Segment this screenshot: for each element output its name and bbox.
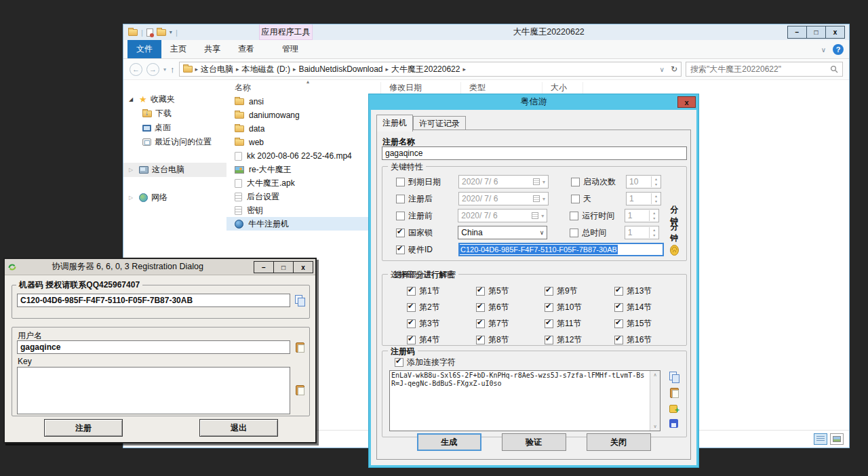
country-lock-checkbox[interactable] [396,229,405,237]
tab-home[interactable]: 主页 [161,40,195,58]
section-1-checkbox[interactable] [407,287,416,296]
breadcrumb-this-pc[interactable]: 这台电脑 [201,64,233,75]
file-row[interactable]: 后台设置 [226,190,381,203]
section-16-checkbox[interactable] [614,336,623,344]
section-6-checkbox[interactable] [476,303,485,312]
dropdown-icon[interactable]: ▾ [542,179,545,185]
add-connector-checkbox[interactable] [395,358,403,367]
exit-button[interactable]: 退出 [199,419,278,437]
expander-icon[interactable]: ▷ [129,167,136,173]
register-button[interactable]: 注册 [44,419,123,437]
back-icon[interactable]: ← [130,63,142,76]
expiry-date-picker[interactable]: 2020/ 7/ 6 ▾ [458,175,549,189]
key-field[interactable] [17,367,290,414]
username-field[interactable]: gagaqince [17,340,290,354]
launch-count-checkbox[interactable] [571,178,580,186]
file-row[interactable]: 大牛魔王.apk [226,176,381,190]
file-row[interactable]: web [226,136,381,149]
minimize-ribbon-icon[interactable]: ∨ [821,46,826,54]
column-header-size[interactable]: 大小 [542,82,583,94]
after-registration-date-picker[interactable]: 2020/ 7/ 6 ▾ [458,192,549,205]
section-12-checkbox[interactable] [545,336,553,344]
column-header-name[interactable]: 名称 [226,82,381,94]
machine-code-field[interactable]: C120-04D6-985F-F4F7-5110-F05F-7B87-30AB [17,294,290,307]
forward-icon[interactable]: → [146,63,159,76]
section-14-checkbox[interactable] [614,303,623,312]
scroll-down-icon[interactable]: ∨ [653,424,656,429]
paste-icon[interactable] [294,342,305,353]
expander-icon[interactable]: ▷ [129,195,136,201]
hardware-id-checkbox[interactable] [396,245,405,254]
expiry-date-checkbox[interactable] [396,178,405,186]
file-row[interactable]: daniumowang [226,108,381,122]
file-row-selected[interactable]: 牛牛注册机 [226,217,381,231]
run-time-checkbox[interactable] [570,212,578,220]
column-header-type[interactable]: 类型 [461,82,542,94]
tab-file[interactable]: 文件 [127,40,161,58]
file-row[interactable]: 密钥 [226,203,381,217]
expander-icon[interactable]: ◢ [129,96,136,102]
new-folder-icon[interactable] [157,29,166,36]
dropdown-icon[interactable]: ▾ [541,213,544,219]
total-time-spinner[interactable]: 1 ▴▾ [625,226,660,239]
refresh-icon[interactable]: ↻ [671,64,677,74]
spinner-arrows-icon[interactable]: ▴▾ [651,193,660,205]
sidebar-item-desktop[interactable]: 桌面 [123,121,226,135]
section-10-checkbox[interactable] [545,303,553,312]
app-tools-contextual-tab[interactable]: 应用程序工具 [259,24,313,40]
sidebar-item-recent-places[interactable]: 最近访问的位置 [123,135,226,149]
minimize-button[interactable]: − [787,26,807,39]
section-3-checkbox[interactable] [407,319,416,328]
section-9-checkbox[interactable] [545,287,553,296]
paste-icon[interactable] [669,387,679,398]
scroll-up-icon[interactable]: ∧ [653,372,656,378]
section-4-checkbox[interactable] [407,336,416,344]
tab-view[interactable]: 查看 [229,40,263,58]
thumbnails-view-button[interactable] [830,433,844,445]
save-icon[interactable] [669,418,679,429]
close-button[interactable]: x [293,261,313,273]
file-row[interactable]: ansi [226,95,381,108]
dropdown-icon[interactable]: ▾ [542,196,545,202]
qat-dropdown-icon[interactable]: ▾ [170,29,172,35]
address-dropdown-icon[interactable]: ∨ [660,66,665,73]
total-time-checkbox[interactable] [570,229,578,237]
file-row[interactable]: data [226,122,381,136]
after-registration-checkbox[interactable] [396,195,405,203]
sidebar-item-network[interactable]: ▷ 网络 [123,191,226,205]
breadcrumb-current-folder[interactable]: 大牛魔王20220622 [391,64,460,75]
days-checkbox[interactable] [571,195,580,203]
section-11-checkbox[interactable] [545,319,553,328]
paste-icon[interactable] [294,384,305,395]
generate-button[interactable]: 生成 [417,433,481,451]
section-15-checkbox[interactable] [614,319,623,328]
properties-icon[interactable] [146,28,153,37]
verify-button[interactable]: 验证 [502,433,566,451]
spinner-arrows-icon[interactable]: ▴▾ [651,176,660,188]
close-button[interactable]: x [677,96,696,108]
sidebar-item-favorites[interactable]: ◢ ★ 收藏夹 [123,92,226,106]
sidebar-item-downloads[interactable]: 下载 [123,106,226,121]
section-5-checkbox[interactable] [476,287,485,296]
spinner-arrows-icon[interactable]: ▴▾ [649,210,658,222]
spinner-arrows-icon[interactable]: ▴▾ [649,227,658,239]
breadcrumb-netdisk-download[interactable]: BaiduNetdiskDownload [298,64,382,74]
maximize-button[interactable]: □ [806,26,826,39]
minimize-button[interactable]: − [254,261,274,273]
close-dialog-button[interactable]: 关闭 [587,433,651,451]
section-13-checkbox[interactable] [614,287,623,296]
days-spinner[interactable]: 1 ▴▾ [626,192,661,205]
tab-manage[interactable]: 管理 [273,40,307,58]
file-row[interactable]: re-大牛魔王 [226,163,381,176]
launch-count-spinner[interactable]: 10 ▴▾ [626,175,661,189]
search-input[interactable]: 搜索"大牛魔王20220622" [686,62,843,77]
tab-keygen[interactable]: 注册机 [376,115,413,132]
breadcrumb-local-disk[interactable]: 本地磁盘 (D:) [242,64,290,75]
up-icon[interactable]: ↑ [170,64,175,75]
tab-share[interactable]: 共享 [195,40,229,58]
file-row[interactable]: kk 2020-08-06 22-52-46.mp4 [226,149,381,163]
copy-icon[interactable] [294,295,305,306]
before-registration-checkbox[interactable] [396,212,405,220]
section-7-checkbox[interactable] [476,319,485,328]
dropdown-icon[interactable]: ∨ [540,229,545,236]
